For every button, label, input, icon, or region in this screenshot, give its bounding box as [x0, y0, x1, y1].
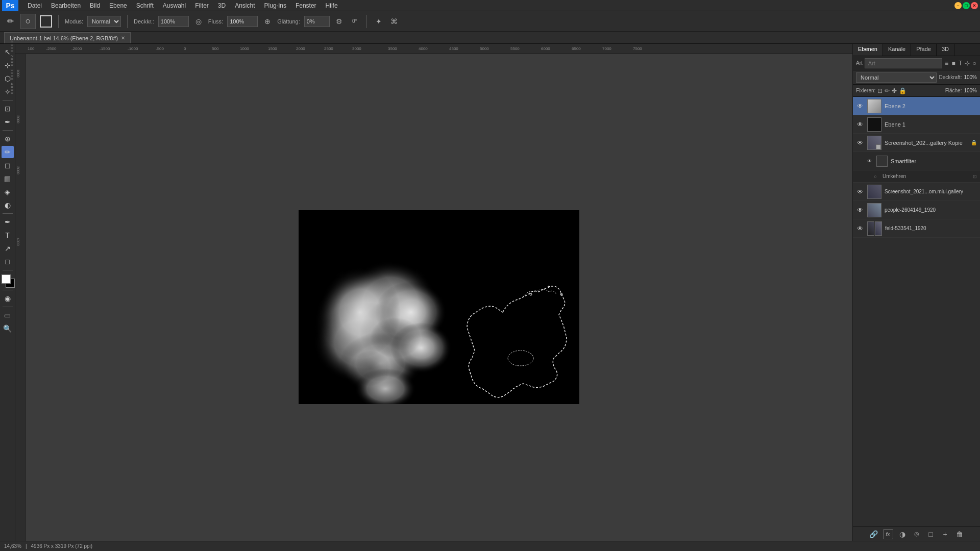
v-ruler-mark-1000: 1000 [16, 69, 20, 78]
gradient-tool[interactable]: ▦ [2, 172, 14, 185]
tab-kanale[interactable]: Kanäle [883, 44, 911, 56]
filter-toggle[interactable]: ○ [972, 58, 977, 68]
layer-umkehren[interactable]: ○ Umkehren ⊡ [853, 170, 980, 183]
menu-bearbeiten[interactable]: Bearbeiten [47, 1, 85, 10]
layer-eye-people[interactable]: 👁 [856, 206, 864, 214]
layer-eye-feld[interactable]: 👁 [856, 224, 864, 233]
quick-mask-tool[interactable]: ◉ [2, 292, 14, 305]
filter-smart-icon[interactable]: ⊹ [965, 58, 970, 68]
airbrush-icon[interactable]: ◎ [193, 16, 204, 27]
eyedropper-tool[interactable]: ✒ [2, 116, 14, 128]
layers-mode-row: Normal Deckkraft: 100% [853, 70, 980, 85]
pressure-icon[interactable]: ✦ [373, 16, 384, 27]
glattung-input[interactable] [304, 16, 330, 27]
lock-transparent-icon[interactable]: ⊡ [877, 87, 883, 94]
filter-kind-icon[interactable]: T [958, 58, 963, 68]
layers-filter-input[interactable] [865, 58, 942, 68]
layer-feld[interactable]: 👁 feld-533541_1920 [853, 219, 980, 238]
document-tab[interactable]: Unbenannt-1 bei 14,6% (Ebene 2, RGB/8#) … [4, 32, 131, 43]
shape-tool[interactable]: □ [2, 256, 14, 268]
ruler-mark-2000p: 2000 [296, 46, 305, 51]
tab-ebenen[interactable]: Ebenen [853, 44, 883, 56]
menu-plugins[interactable]: Plug-ins [260, 1, 290, 10]
v-ruler-mark-2000: 2000 [16, 115, 20, 123]
ruler-mark-7000p: 7000 [602, 46, 611, 51]
tab-title: Unbenannt-1 bei 14,6% (Ebene 2, RGB/8#) [10, 35, 118, 41]
layers-bottom-toolbar: 🔗 fx ◑ ◎ □ + 🗑 [853, 527, 980, 541]
blend-mode-select[interactable]: Normal [856, 72, 937, 83]
tab-pfade[interactable]: Pfade [911, 44, 937, 56]
brush-preset-picker[interactable]: ○ [20, 14, 36, 29]
menu-fenster[interactable]: Fenster [291, 1, 321, 10]
filter-color-icon[interactable]: ■ [951, 58, 956, 68]
menu-3d[interactable]: 3D [214, 1, 230, 10]
layer-people[interactable]: 👁 people-2604149_1920 [853, 201, 980, 219]
dodge-tool[interactable]: ◐ [2, 199, 14, 211]
settings-icon[interactable]: ⚙ [334, 16, 345, 27]
fluss-input[interactable] [227, 16, 258, 27]
lock-pixels-icon[interactable]: ✏ [885, 87, 890, 94]
layer-ebene2[interactable]: 👁 Ebene 2 [853, 97, 980, 115]
layer-eye-smartfilter[interactable]: 👁 [865, 157, 873, 165]
menu-auswahl[interactable]: Auswahl [159, 1, 190, 10]
layer-delete-icon[interactable]: 🗑 [954, 529, 965, 539]
layers-lock-row: Fixieren: ⊡ ✏ ✤ 🔒 Fläche: 100% [853, 85, 980, 97]
foreground-color-swatch[interactable] [2, 274, 11, 284]
layer-eye-screenshot[interactable]: 👁 [856, 139, 864, 147]
angle-input[interactable]: 0° [349, 16, 360, 27]
modus-label: Modus: [65, 18, 83, 24]
lock-position-icon[interactable]: ✤ [892, 87, 897, 94]
layer-mask-icon[interactable]: ◑ [897, 529, 908, 539]
layer-adjustment-icon[interactable]: ◎ [912, 529, 922, 539]
close-button[interactable]: ✕ [971, 2, 978, 9]
ruler-mark-1000p: 1000 [240, 46, 249, 51]
minimize-button[interactable]: − [954, 2, 962, 9]
healing-tool[interactable]: ⊕ [2, 133, 14, 145]
blur-tool[interactable]: ◈ [2, 186, 14, 198]
menu-datei[interactable]: Datei [23, 1, 46, 10]
modus-select[interactable]: Normal [87, 16, 121, 27]
menu-ansicht[interactable]: Ansicht [231, 1, 259, 10]
text-tool[interactable]: T [2, 229, 14, 241]
tab-close-button[interactable]: ✕ [121, 35, 125, 41]
screen-mode[interactable]: ▭ [2, 309, 14, 321]
zoom-tool[interactable]: 🔍 [2, 322, 14, 335]
canvas-scroll[interactable] [26, 54, 852, 541]
pen-tool[interactable]: ✒ [2, 216, 14, 228]
symmetry-icon[interactable]: ⌘ [388, 16, 400, 27]
lock-all-icon[interactable]: 🔒 [899, 87, 906, 94]
angle-icon[interactable]: ⊕ [262, 16, 273, 27]
toolbar-sep-3 [3, 213, 13, 214]
menu-hilfe[interactable]: Hilfe [322, 1, 342, 10]
flache-value[interactable]: 100% [964, 88, 977, 93]
crop-tool[interactable]: ⊡ [2, 103, 14, 115]
filter-type-icon[interactable]: ≡ [944, 58, 949, 68]
layer-new-icon[interactable]: + [940, 529, 950, 539]
layer-smartfilter[interactable]: 👁 Smartfilter [853, 152, 980, 170]
layer-thumb-people [867, 203, 881, 217]
layer-screenshot-miui[interactable]: 👁 Screenshot_2021...om.miui.gallery [853, 183, 980, 201]
search-label: Art [856, 60, 863, 66]
menu-filter[interactable]: Filter [191, 1, 213, 10]
smart-filter-badge [876, 144, 881, 149]
menu-schrift[interactable]: Schrift [132, 1, 158, 10]
tab-3d[interactable]: 3D [937, 44, 954, 56]
brush-tool[interactable]: ✏ [2, 146, 14, 158]
layer-screenshot-kopie[interactable]: 👁 Screenshot_202...gallery Kopie 🔒 [853, 134, 980, 152]
deckkraft-input[interactable] [158, 16, 189, 27]
layer-fx-icon[interactable]: fx [883, 529, 893, 539]
layer-link-icon[interactable]: 🔗 [869, 529, 879, 539]
opacity-value[interactable]: 100% [964, 74, 977, 80]
layer-group-icon[interactable]: □ [926, 529, 936, 539]
layer-ebene1[interactable]: 👁 Ebene 1 [853, 115, 980, 134]
layer-eye-ebene2[interactable]: 👁 [856, 102, 864, 110]
menu-bild[interactable]: Bild [86, 1, 104, 10]
maximize-button[interactable]: □ [963, 2, 970, 9]
layer-eye-miui[interactable]: 👁 [856, 188, 864, 196]
layer-name-umkehren: Umkehren [883, 173, 970, 179]
path-selection-tool[interactable]: ↗ [2, 242, 14, 255]
menu-ebene[interactable]: Ebene [105, 1, 131, 10]
layer-eye-umkehren[interactable]: ○ [871, 172, 879, 181]
eraser-tool[interactable]: ◻ [2, 159, 14, 171]
layer-eye-ebene1[interactable]: 👁 [856, 120, 864, 129]
